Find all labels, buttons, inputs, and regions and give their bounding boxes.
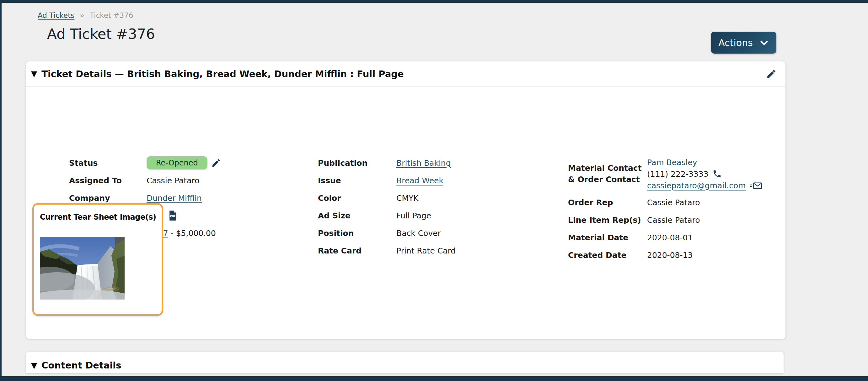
created-date-row: Created Date 2020-08-13 [568, 246, 806, 264]
top-chrome-bar [0, 0, 868, 3]
rate-card-row: Rate Card Print Rate Card [318, 242, 537, 259]
line-item-rep-label: Line Item Rep(s) [568, 215, 647, 224]
svg-text:PDF: PDF [170, 215, 176, 218]
phone-icon[interactable] [712, 169, 722, 179]
contact-email-link[interactable]: cassiepataro@gmail.com [647, 180, 746, 192]
ad-size-value: Full Page [396, 211, 431, 220]
chevron-down-icon [759, 38, 769, 48]
collapse-triangle-icon[interactable]: ▼ [31, 70, 37, 78]
position-label: Position [318, 229, 396, 238]
ad-ticket-page: Ad Tickets » Ticket #376 Ad Ticket #376 … [0, 0, 868, 381]
issue-link[interactable]: Bread Week [396, 176, 443, 185]
tear-sheet-box: Current Tear Sheet Image(s) [32, 203, 163, 316]
line-item-rep-value: Cassie Pataro [647, 215, 700, 224]
content-details-header: ▼ Content Details [26, 351, 783, 373]
ticket-details-column-2: Publication British Baking Issue Bread W… [318, 154, 537, 259]
email-icon[interactable] [750, 181, 762, 190]
ticket-details-card: ▼ Ticket Details — British Baking, Bread… [26, 61, 785, 339]
created-date-value: 2020-08-13 [647, 251, 692, 260]
ticket-details-column-3: Material Contact & Order Contact Pam Bea… [568, 154, 806, 264]
contact-phone-number: (111) 222-3333 [647, 168, 709, 180]
created-date-label: Created Date [568, 251, 647, 260]
actions-button-label: Actions [718, 37, 753, 48]
ticket-details-title: Ticket Details — British Baking, Bread W… [41, 69, 404, 79]
assigned-to-row: Assigned To Cassie Pataro [69, 172, 285, 189]
breadcrumb-ad-tickets-link[interactable]: Ad Tickets [38, 11, 74, 20]
content-details-title: Content Details [41, 360, 121, 371]
material-date-value: 2020-08-01 [647, 233, 692, 242]
tear-sheet-title: Current Tear Sheet Image(s) [40, 213, 156, 221]
status-label: Status [69, 159, 147, 168]
pdf-file-icon[interactable]: PDF [167, 210, 178, 221]
content-details-card: ▼ Content Details [26, 351, 783, 373]
publication-row: Publication British Baking [318, 154, 537, 172]
color-row: Color CMYK [318, 189, 537, 207]
issue-label: Issue [318, 176, 396, 185]
assigned-to-label: Assigned To [69, 176, 147, 185]
order-rep-label: Order Rep [568, 198, 647, 207]
rate-card-value: Print Rate Card [396, 246, 456, 255]
order-rep-value: Cassie Pataro [647, 198, 700, 207]
material-date-label: Material Date [568, 233, 647, 242]
issue-row: Issue Bread Week [318, 172, 537, 189]
actions-button[interactable]: Actions [711, 32, 776, 54]
ticket-details-header: ▼ Ticket Details — British Baking, Bread… [26, 61, 785, 86]
color-label: Color [318, 194, 396, 203]
bottom-chrome-bar [0, 376, 868, 381]
edit-ticket-pencil-icon[interactable] [766, 69, 777, 79]
position-row: Position Back Cover [318, 224, 537, 242]
order-rep-row: Order Rep Cassie Pataro [568, 194, 806, 211]
ad-size-label: Ad Size [318, 211, 396, 220]
left-chrome-bar [0, 0, 2, 381]
assigned-to-value: Cassie Pataro [147, 176, 199, 185]
status-badge: Re-Opened [147, 157, 208, 170]
line-item-amount: - $5,000.00 [171, 229, 216, 238]
line-item-rep-row: Line Item Rep(s) Cassie Pataro [568, 211, 806, 229]
material-date-row: Material Date 2020-08-01 [568, 229, 806, 246]
company-link[interactable]: Dunder Mifflin [147, 194, 202, 203]
material-order-contact-label: Material Contact & Order Contact [568, 163, 647, 185]
breadcrumb: Ad Tickets » Ticket #376 [38, 11, 133, 20]
material-order-contact-row: Material Contact & Order Contact Pam Bea… [568, 154, 806, 194]
ad-size-row: Ad Size Full Page [318, 207, 537, 224]
publication-link[interactable]: British Baking [396, 159, 451, 168]
tear-sheet-image[interactable] [40, 237, 125, 300]
edit-status-pencil-icon[interactable] [211, 158, 221, 168]
color-value: CMYK [396, 194, 418, 203]
company-label: Company [69, 194, 147, 203]
breadcrumb-current: Ticket #376 [90, 11, 133, 20]
contact-name-link[interactable]: Pam Beasley [647, 157, 697, 168]
rate-card-label: Rate Card [318, 246, 396, 255]
collapse-triangle-icon[interactable]: ▼ [31, 361, 37, 370]
status-row: Status Re-Opened [69, 154, 285, 172]
publication-label: Publication [318, 159, 396, 168]
position-value: Back Cover [396, 229, 441, 238]
breadcrumb-separator: » [80, 11, 85, 20]
page-title: Ad Ticket #376 [47, 26, 155, 42]
